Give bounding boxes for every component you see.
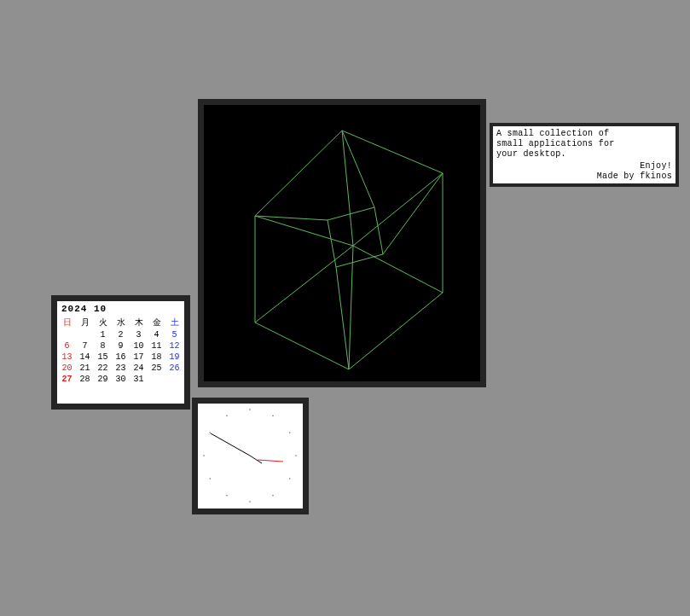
calendar-day: 29 bbox=[94, 374, 112, 385]
svg-line-25 bbox=[258, 460, 283, 462]
calendar-day: 19 bbox=[165, 352, 183, 363]
calendar-title: 2024 10 bbox=[58, 304, 183, 316]
calendar-day: 27 bbox=[58, 374, 76, 385]
calendar-day: 13 bbox=[58, 352, 76, 363]
calendar-day: 12 bbox=[165, 340, 183, 352]
calendar-dow: 木 bbox=[130, 316, 148, 329]
svg-rect-14 bbox=[289, 433, 290, 433]
calendar-day: 18 bbox=[148, 352, 165, 363]
calendar-day: 26 bbox=[165, 363, 183, 374]
calendar-day: 15 bbox=[94, 352, 112, 363]
info-enjoy: Enjoy! bbox=[597, 161, 672, 171]
calendar-day bbox=[148, 374, 165, 385]
svg-marker-7 bbox=[328, 207, 383, 267]
calendar-dow: 日 bbox=[58, 316, 76, 329]
calendar-day: 25 bbox=[148, 363, 165, 374]
svg-line-4 bbox=[349, 246, 353, 369]
cube-svg bbox=[204, 105, 480, 381]
svg-line-2 bbox=[255, 216, 353, 246]
calendar-day bbox=[165, 374, 183, 385]
svg-rect-23 bbox=[227, 416, 228, 416]
svg-rect-17 bbox=[273, 495, 274, 496]
info-line: A small collection of bbox=[496, 129, 672, 139]
calendar-day: 23 bbox=[112, 363, 130, 374]
svg-rect-21 bbox=[204, 456, 205, 456]
calendar-dow: 金 bbox=[148, 316, 165, 329]
calendar-day: 7 bbox=[76, 340, 94, 352]
calendar-grid: 日月火水木金土 12345678910111213141516171819202… bbox=[58, 316, 183, 385]
info-line: small applications for bbox=[496, 139, 672, 149]
svg-line-1 bbox=[342, 131, 353, 246]
svg-line-6 bbox=[353, 246, 443, 293]
calendar-day: 28 bbox=[76, 374, 94, 385]
calendar-day: 11 bbox=[148, 340, 165, 352]
svg-marker-0 bbox=[255, 131, 443, 369]
info-note-widget[interactable]: A small collection of small applications… bbox=[490, 123, 679, 187]
svg-rect-22 bbox=[210, 433, 211, 433]
wireframe-cube-widget[interactable] bbox=[198, 99, 486, 387]
calendar-dow: 火 bbox=[94, 316, 112, 329]
svg-rect-16 bbox=[289, 479, 290, 479]
calendar-day: 4 bbox=[148, 329, 165, 340]
calendar-day: 30 bbox=[112, 374, 130, 385]
clock-face bbox=[198, 404, 303, 508]
calendar-day: 8 bbox=[94, 340, 112, 352]
svg-line-9 bbox=[383, 173, 443, 254]
svg-rect-15 bbox=[296, 456, 297, 456]
calendar-dow: 月 bbox=[76, 316, 94, 329]
calendar-day: 6 bbox=[58, 340, 76, 352]
calendar-day: 2 bbox=[112, 329, 130, 340]
calendar-day: 22 bbox=[94, 363, 112, 374]
analog-clock-widget[interactable] bbox=[192, 398, 309, 514]
calendar-day bbox=[76, 329, 94, 340]
calendar-day bbox=[58, 329, 76, 340]
calendar-day: 17 bbox=[130, 352, 148, 363]
calendar-day: 16 bbox=[112, 352, 130, 363]
info-author: Made by fkinos bbox=[597, 171, 672, 182]
calendar-day: 3 bbox=[130, 329, 148, 340]
calendar-day: 14 bbox=[76, 352, 94, 363]
calendar-dow: 土 bbox=[165, 316, 183, 329]
calendar-widget[interactable]: 2024 10 日月火水木金土 123456789101112131415161… bbox=[51, 295, 190, 410]
svg-line-11 bbox=[336, 267, 349, 369]
svg-line-26 bbox=[211, 433, 250, 456]
svg-rect-20 bbox=[210, 479, 211, 479]
svg-rect-18 bbox=[250, 502, 251, 503]
calendar-day: 10 bbox=[130, 340, 148, 352]
calendar-dow: 水 bbox=[112, 316, 130, 329]
svg-rect-19 bbox=[227, 495, 228, 496]
calendar-day: 31 bbox=[130, 374, 148, 385]
svg-rect-12 bbox=[250, 410, 251, 410]
svg-rect-13 bbox=[273, 416, 274, 416]
calendar-day: 1 bbox=[94, 329, 112, 340]
calendar-day: 21 bbox=[76, 363, 94, 374]
calendar-day: 24 bbox=[130, 363, 148, 374]
calendar-day: 20 bbox=[58, 363, 76, 374]
svg-line-24 bbox=[250, 456, 262, 463]
calendar-day: 9 bbox=[112, 340, 130, 352]
info-line: your desktop. bbox=[496, 149, 672, 160]
calendar-day: 5 bbox=[165, 329, 183, 340]
